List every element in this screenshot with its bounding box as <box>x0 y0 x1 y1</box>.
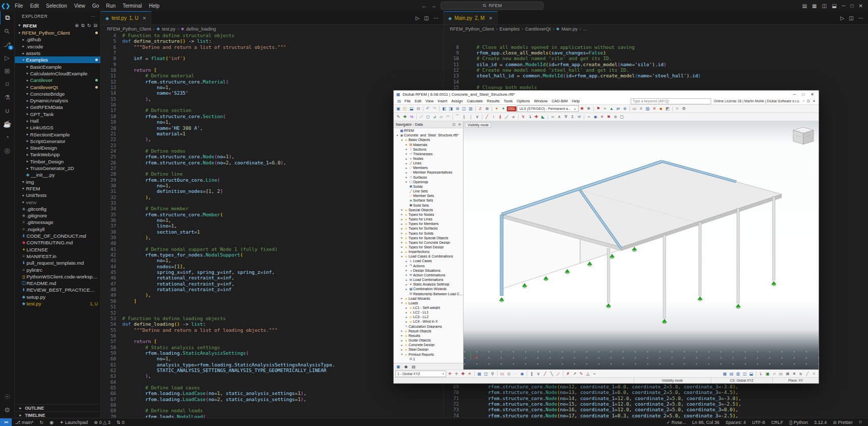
toolbar-icon[interactable]: ✚ <box>402 114 408 120</box>
rfem-menu-view[interactable]: View <box>423 99 436 103</box>
toolbar-icon[interactable]: ◩ <box>665 106 671 112</box>
panel-icon[interactable]: ⊡ <box>452 123 455 127</box>
breadcrumb-item[interactable]: CantileverQt <box>525 26 551 32</box>
toolbar-icon[interactable]: ◠ <box>445 114 451 120</box>
folder-row-TrussGenerator_2D[interactable]: ▸TrussGenerator_2D <box>15 165 100 172</box>
folder-row-TankWebApp[interactable]: ▸TankWebApp <box>15 151 100 158</box>
toolbar-icon[interactable]: ▲ <box>609 106 615 112</box>
rfem-tree-item[interactable]: ▸■Concrete Design <box>394 343 463 347</box>
rfem-tree-item[interactable]: ▸⟋Members <box>394 165 463 170</box>
menu-item-run[interactable]: Run <box>102 3 119 9</box>
toolbar-icon[interactable]: ⊿ <box>431 114 438 120</box>
code-line[interactable]: 15 ), <box>101 96 443 102</box>
code-line[interactable]: 31 definition_nodes=[1, 2] <box>101 188 443 194</box>
minimize-icon[interactable]: ─ <box>842 3 845 9</box>
rfem-tree-item[interactable]: ▾■Load Cases & Combinations <box>394 254 463 259</box>
folder-row-GPT_Tank[interactable]: ▸GPT_Tank <box>15 111 100 118</box>
code-line[interactable]: 62 STATIC_ANALYSIS_SETTINGS_ANALYSIS_TYP… <box>101 367 443 373</box>
code-line[interactable]: 55 """Define and return a list of loadin… <box>101 327 443 333</box>
toolbar-icon[interactable]: ◫ <box>483 371 489 377</box>
rfem-tree-item[interactable]: ▸■Result Objects <box>394 329 463 333</box>
menu-item-selection[interactable]: Selection <box>42 3 70 9</box>
toolbar-icon[interactable]: ▤ <box>728 371 735 377</box>
rfem-tree-item[interactable]: ▣Solids <box>394 184 463 189</box>
toolbar-icon[interactable]: ▣ <box>765 371 771 377</box>
toolbar-icon[interactable]: ∣ <box>468 114 474 120</box>
rfem-titlebar[interactable]: ▦ Dlubal RFEM | 6.08.0011 | Concrete_and… <box>394 91 819 98</box>
toolbar-icon[interactable]: ▢ <box>619 114 625 120</box>
design-situation-chip[interactable]: DS1 <box>507 106 517 111</box>
activity-search-icon[interactable]: ⚲ <box>0 24 14 38</box>
command-center[interactable]: ⚲ RFEM <box>441 2 544 10</box>
toolbar-icon[interactable]: ╱ <box>804 371 810 377</box>
activity-run-debug-icon[interactable]: ▷ <box>0 51 14 64</box>
code-line[interactable]: 16 <box>101 102 443 107</box>
toolbar-icon[interactable]: ✎ <box>395 114 401 120</box>
status-notifications[interactable]: ⍾ <box>856 419 865 425</box>
breadcrumb[interactable]: RFEM_Python_Client›Examples›CantileverQt… <box>444 25 868 33</box>
toolbar-icon[interactable]: ↯ <box>520 114 526 120</box>
toolbar-icon[interactable]: ╲ <box>549 371 555 377</box>
code-line[interactable]: 58 # Static analysis settings <box>101 345 443 350</box>
folder-row-.github[interactable]: ▸.github <box>15 36 100 43</box>
folder-row-assets[interactable]: ▸assets <box>15 50 100 56</box>
maximize-icon[interactable]: □ <box>802 92 804 97</box>
rfem-tree-item[interactable]: ▤1 <box>394 357 463 361</box>
code-line[interactable]: 4# Function to define structural objects <box>101 33 443 38</box>
navigator-tab-icon[interactable]: ◉ <box>403 363 409 370</box>
code-line[interactable]: 39 ), <box>101 235 443 240</box>
folder-row-ConcreteBridge[interactable]: ▸ConcreteBridge <box>15 91 100 97</box>
code-editor-test-py[interactable]: 4# Function to define structural objects… <box>101 33 443 418</box>
toolbar-icon[interactable]: ✦ <box>494 106 500 112</box>
more-actions-icon[interactable]: ⋯ <box>858 15 863 21</box>
rfem-tree-item[interactable]: ▸■Guide Objects <box>394 338 463 343</box>
toolbar-icon[interactable]: ╱ <box>542 371 548 377</box>
rfem-tree-item[interactable]: ⊡Relationship Between Load Cases <box>394 291 463 296</box>
collapse-all-icon[interactable]: ⊟ <box>93 23 97 29</box>
rfem-tree-item[interactable]: ▸■Special Objects <box>394 208 463 212</box>
layout-toggle-icon[interactable]: ▦ <box>812 3 817 9</box>
rfem-menu-calculate[interactable]: Calculate <box>465 99 485 103</box>
rfem-tree-item[interactable]: ▸■Types for Lines <box>394 217 463 221</box>
menu-item-help[interactable]: Help <box>146 3 164 9</box>
status-indentation[interactable]: Spaces: 4 <box>722 420 749 425</box>
toolbar-icon[interactable]: ▦ <box>476 371 482 377</box>
breadcrumb-item[interactable]: Main.py <box>561 26 578 32</box>
toolbar-icon[interactable]: ✦ <box>500 106 506 112</box>
close-icon[interactable]: ✕ <box>859 3 863 9</box>
toolbar-icon[interactable]: ◻ <box>425 114 431 120</box>
toolbar-icon[interactable]: ≀ <box>491 114 497 120</box>
rfem-menu-edit[interactable]: Edit <box>413 99 423 103</box>
activity-clock-icon[interactable]: ◔ <box>0 130 14 144</box>
status-language-mode[interactable]: {} Python <box>786 420 811 425</box>
code-line[interactable]: 26 rfem.structure_core.Node(no=2, coordi… <box>101 160 443 165</box>
timeline-section[interactable]: ▸TIMELINE <box>15 411 100 418</box>
activity-gitlens-icon[interactable]: ∪ <box>0 104 14 117</box>
toolbar-icon[interactable]: ✎ <box>578 371 584 377</box>
toolbar-icon[interactable]: ↴ <box>527 114 533 120</box>
more-actions-icon[interactable]: ⋯ <box>433 15 439 21</box>
activity-remote-explorer-icon[interactable]: ⌑ <box>0 77 14 91</box>
code-line[interactable]: 46 rotational_restraint_x=inf, <box>101 275 443 280</box>
menu-item-edit[interactable]: Edit <box>26 3 42 9</box>
toolbar-icon[interactable]: ▭ <box>778 371 784 377</box>
code-line[interactable]: 64 <box>101 379 443 385</box>
code-line[interactable]: 71 rfem.structure_core.Node(no=14, coord… <box>444 395 868 401</box>
folder-row-ScriptGenerator[interactable]: ▸ScriptGenerator <box>15 138 100 145</box>
code-line[interactable]: 12 rfem.structure_core.Material( <box>101 79 443 84</box>
toolbar-icon[interactable]: ∨ <box>535 371 541 377</box>
code-line[interactable]: 13 no=1, <box>101 84 443 90</box>
toolbar-icon[interactable]: ▱ <box>438 114 444 120</box>
rfem-tree-item[interactable]: ▸◇Surfaces <box>394 175 463 180</box>
code-line[interactable]: 54def define_loading() -> list: <box>101 321 443 327</box>
rfem-tree-item[interactable]: ╱Line Sets <box>394 189 463 193</box>
toolbar-icon[interactable]: ✚ <box>533 114 539 120</box>
history-forward-icon[interactable]: → <box>431 3 437 9</box>
tab-test-py[interactable]: ◆ test.py 1, U ✕ <box>101 11 151 24</box>
toolbar-icon[interactable]: ◫ <box>742 371 748 377</box>
toolbar-icon[interactable]: ◣ <box>540 114 546 120</box>
rfem-tree-item[interactable]: ▸■LC4 - Wind in X <box>394 319 463 324</box>
toolbar-icon[interactable]: ↷ <box>431 106 438 112</box>
file-row-LICENSE[interactable]: ✦LICENSE <box>15 246 100 253</box>
rfem-tree-item[interactable]: ▸■Types for Members <box>394 221 463 226</box>
